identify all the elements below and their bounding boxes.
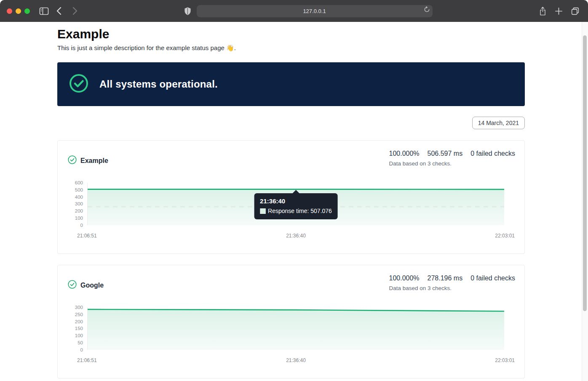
browser-window: 127.0.0.1 <box>0 0 588 381</box>
scrollbar-thumb[interactable] <box>583 35 587 311</box>
y-tick: 0 <box>80 347 83 353</box>
y-tick: 200 <box>75 319 83 325</box>
card-header: Google 100.000% 278.196 ms 0 failed chec… <box>68 274 515 291</box>
share-icon[interactable] <box>539 6 547 16</box>
monitor-stats: 100.000% 506.597 ms 0 failed checks Data… <box>389 150 515 167</box>
y-tick: 300 <box>75 201 83 207</box>
y-tick: 500 <box>75 187 83 193</box>
stats-row: 100.000% 506.597 ms 0 failed checks <box>389 150 515 157</box>
chart-tooltip: 21:36:40 Response time: 507.076 <box>254 193 338 219</box>
chart-plot-area[interactable]: 21:36:40 Response time: 507.076 <box>87 183 504 225</box>
tooltip-time: 21:36:40 <box>260 197 332 205</box>
forward-button[interactable] <box>72 7 78 15</box>
scrollbar-track[interactable] <box>582 22 588 381</box>
x-tick: 22:03:01 <box>495 357 515 363</box>
x-tick: 22:03:01 <box>495 233 515 239</box>
x-tick: 21:36:40 <box>286 357 306 363</box>
monitor-stats: 100.000% 278.196 ms 0 failed checks Data… <box>389 274 515 291</box>
tooltip-value: Response time: 507.076 <box>268 208 332 214</box>
y-tick: 150 <box>75 325 83 331</box>
close-window-button[interactable] <box>7 8 12 14</box>
checks-note: Data based on 3 checks. <box>389 285 452 291</box>
toolbar-right-group <box>539 6 580 16</box>
monitor-title-group: Google <box>68 280 104 290</box>
y-tick: 300 <box>75 304 83 310</box>
y-tick: 600 <box>75 180 83 186</box>
back-button[interactable] <box>56 7 61 15</box>
y-tick: 250 <box>75 312 83 317</box>
uptime-percent: 100.000% <box>389 274 419 282</box>
sidebar-toggle-icon[interactable] <box>39 7 49 15</box>
new-tab-icon[interactable] <box>555 7 563 15</box>
monitor-name: Google <box>80 282 104 289</box>
tooltip-caret-icon <box>292 190 299 193</box>
privacy-shield-icon[interactable] <box>184 7 191 16</box>
y-axis-labels: 600 500 400 300 200 100 0 <box>68 183 87 225</box>
x-tick: 21:06:51 <box>77 357 97 363</box>
y-tick: 100 <box>75 215 83 221</box>
checks-note: Data based on 3 checks. <box>389 160 452 167</box>
x-tick: 21:36:40 <box>286 233 306 239</box>
url-text: 127.0.0.1 <box>303 8 326 14</box>
failed-checks: 0 failed checks <box>470 274 515 282</box>
window-controls <box>7 8 30 14</box>
status-page: Example This is just a simple descriptio… <box>57 26 525 378</box>
monitor-ok-icon <box>68 155 77 166</box>
monitor-card-google: Google 100.000% 278.196 ms 0 failed chec… <box>57 265 525 378</box>
avg-response: 506.597 ms <box>428 150 463 157</box>
y-tick: 200 <box>75 208 83 214</box>
reload-icon[interactable] <box>424 6 430 13</box>
response-chart: 600 500 400 300 200 100 0 <box>68 183 515 239</box>
address-bar-group: 127.0.0.1 <box>78 5 539 17</box>
monitor-ok-icon <box>68 280 77 290</box>
date-row: 14 March, 2021 <box>57 117 525 129</box>
page-title: Example <box>57 26 525 42</box>
y-tick: 0 <box>80 222 83 228</box>
address-bar[interactable]: 127.0.0.1 <box>197 5 433 17</box>
y-tick: 50 <box>78 340 83 346</box>
browser-toolbar: 127.0.0.1 <box>0 0 588 22</box>
page-description: This is just a simple description for th… <box>57 44 525 52</box>
avg-response: 278.196 ms <box>428 274 463 282</box>
check-circle-icon <box>69 73 89 95</box>
status-banner: All systems operational. <box>57 62 525 106</box>
series-swatch-icon <box>260 208 265 214</box>
y-tick: 100 <box>75 333 83 338</box>
y-axis-labels: 300 250 200 150 100 50 0 <box>68 307 87 350</box>
status-banner-message: All systems operational. <box>99 78 218 90</box>
x-tick: 21:06:51 <box>77 233 97 239</box>
monitor-card-example: Example 100.000% 506.597 ms 0 failed che… <box>57 140 525 254</box>
date-picker-button[interactable]: 14 March, 2021 <box>472 117 525 129</box>
x-axis-labels: 21:06:51 21:36:40 22:03:01 <box>87 233 504 239</box>
card-header: Example 100.000% 506.597 ms 0 failed che… <box>68 150 515 167</box>
minimize-window-button[interactable] <box>16 8 21 14</box>
y-tick: 400 <box>75 194 83 200</box>
response-chart: 300 250 200 150 100 50 0 <box>68 307 515 363</box>
chart-plot-area[interactable] <box>87 307 504 350</box>
stats-row: 100.000% 278.196 ms 0 failed checks <box>389 274 515 282</box>
monitor-title-group: Example <box>68 155 108 166</box>
monitor-name: Example <box>80 157 108 165</box>
uptime-percent: 100.000% <box>389 150 419 157</box>
x-axis-labels: 21:06:51 21:36:40 22:03:01 <box>87 357 504 363</box>
zoom-window-button[interactable] <box>24 8 30 14</box>
page-viewport: Example This is just a simple descriptio… <box>0 22 588 381</box>
tab-overview-icon[interactable] <box>571 7 580 16</box>
failed-checks: 0 failed checks <box>470 150 515 157</box>
